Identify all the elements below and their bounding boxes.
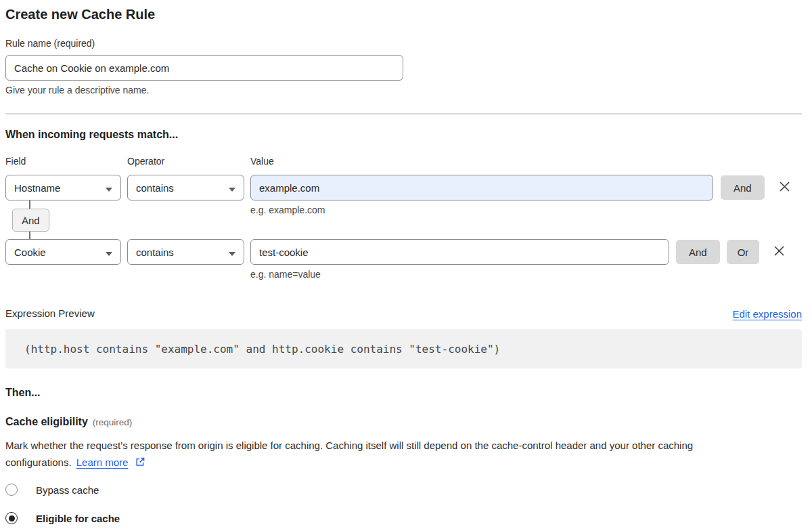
or-button[interactable]: Or — [727, 240, 760, 264]
description-line-1: Mark whether the request’s response from… — [5, 437, 794, 454]
cache-eligibility-header: Cache eligibility (required) — [5, 416, 802, 428]
remove-condition-button[interactable] — [777, 179, 792, 196]
radio-circle-icon — [5, 512, 18, 524]
expression-code: (http.host contains "example.com" and ht… — [24, 343, 500, 356]
chevron-down-icon — [106, 247, 112, 258]
operator-select-value: contains — [136, 247, 174, 258]
expression-preview-box: (http.host contains "example.com" and ht… — [5, 329, 802, 368]
and-button[interactable]: And — [676, 240, 720, 264]
rule-name-input[interactable] — [5, 55, 403, 81]
remove-condition-button[interactable] — [771, 243, 787, 261]
value-hint: e.g. example.com — [250, 205, 802, 216]
match-builder: And Field Operator Value Hostname contai… — [5, 156, 802, 280]
operator-select[interactable]: contains — [127, 239, 244, 265]
value-input[interactable] — [250, 239, 669, 265]
expression-header: Expression Preview Edit expression — [5, 307, 802, 320]
cache-eligibility-description: Mark whether the request’s response from… — [5, 437, 794, 472]
radio-circle-icon — [5, 484, 18, 496]
close-icon — [773, 245, 786, 259]
condition-row-2: Cookie contains And Or — [5, 239, 802, 265]
then-heading: Then... — [5, 386, 802, 400]
external-link-icon — [135, 458, 145, 469]
column-label-operator: Operator — [127, 156, 244, 167]
and-button[interactable]: And — [721, 175, 765, 200]
rule-name-hint: Give your rule a descriptive name. — [5, 85, 802, 96]
cache-eligibility-title: Cache eligibility — [5, 416, 88, 428]
field-select[interactable]: Hostname — [5, 175, 121, 200]
chevron-down-icon — [229, 247, 235, 258]
column-labels: Field Operator Value — [5, 156, 802, 167]
column-label-value: Value — [250, 156, 274, 167]
value-input[interactable] — [250, 175, 713, 200]
radio-eligible-for-cache[interactable]: Eligible for cache — [5, 512, 802, 524]
value-hint: e.g. name=value — [250, 269, 802, 280]
description-line-2: configurations. — [5, 456, 72, 468]
expression-preview-label: Expression Preview — [5, 307, 95, 320]
chevron-down-icon — [229, 182, 235, 194]
match-heading: When incoming requests match... — [5, 128, 802, 142]
chevron-down-icon — [106, 182, 112, 194]
edit-expression-link[interactable]: Edit expression — [732, 308, 802, 320]
operator-select[interactable]: contains — [127, 175, 244, 200]
radio-label: Bypass cache — [36, 484, 99, 496]
radio-bypass-cache[interactable]: Bypass cache — [5, 484, 802, 496]
section-divider — [5, 113, 802, 114]
learn-more-link[interactable]: Learn more — [76, 456, 129, 468]
column-label-field: Field — [5, 156, 121, 167]
operator-select-value: contains — [136, 182, 174, 194]
required-badge: (required) — [93, 417, 133, 427]
condition-row-1: Hostname contains And — [5, 175, 802, 200]
field-select-value: Cookie — [14, 247, 46, 258]
field-select-value: Hostname — [14, 182, 60, 194]
field-select[interactable]: Cookie — [5, 239, 121, 265]
page-title: Create new Cache Rule — [5, 5, 802, 23]
radio-label: Eligible for cache — [36, 513, 120, 524]
and-connector-button[interactable]: And — [12, 209, 49, 232]
rule-name-label: Rule name (required) — [5, 38, 802, 49]
close-icon — [778, 180, 791, 195]
